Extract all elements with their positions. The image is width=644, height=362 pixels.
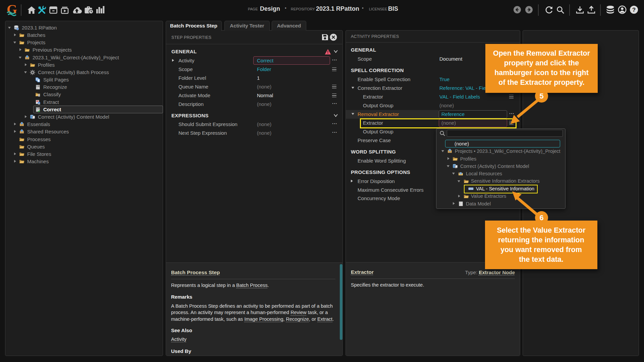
svg-text:?: ? [632, 7, 636, 13]
